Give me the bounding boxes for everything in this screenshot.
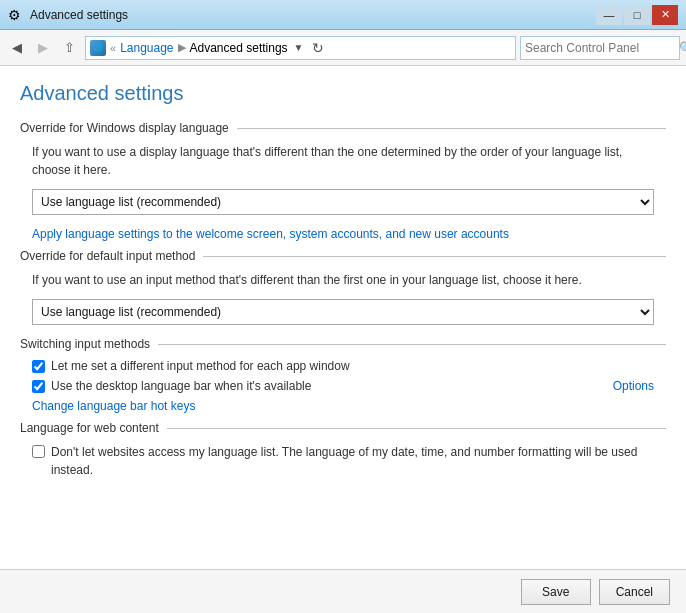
close-button[interactable]: ✕ — [652, 5, 678, 25]
minimize-button[interactable]: — — [596, 5, 622, 25]
breadcrumb-current: Advanced settings — [190, 41, 288, 55]
checkbox-web-content[interactable] — [32, 445, 45, 458]
checkbox-row-web-content: Don't let websites access my language li… — [32, 443, 654, 479]
section-web-content-header: Language for web content — [20, 421, 666, 435]
nav-bar: ◀ ▶ ⇧ 🌐 « Language ▶ Advanced settings ▼… — [0, 30, 686, 66]
section-display-language-header: Override for Windows display language — [20, 121, 666, 135]
section-switching-header: Switching input methods — [20, 337, 666, 351]
apply-language-link[interactable]: Apply language settings to the welcome s… — [32, 227, 509, 241]
options-link[interactable]: Options — [613, 379, 654, 393]
section-input-method-header: Override for default input method — [20, 249, 666, 263]
title-bar-left: ⚙ Advanced settings — [8, 7, 128, 23]
section-input-method-desc: If you want to use an input method that'… — [32, 271, 654, 289]
display-language-dropdown[interactable]: Use language list (recommended) — [32, 189, 654, 215]
cancel-button[interactable]: Cancel — [599, 579, 670, 605]
search-input[interactable] — [525, 41, 675, 55]
checkbox-per-app-label: Let me set a different input method for … — [51, 359, 350, 373]
search-bar: 🔍 — [520, 36, 680, 60]
section-display-language-desc: If you want to use a display language th… — [32, 143, 654, 179]
title-bar: ⚙ Advanced settings — □ ✕ — [0, 0, 686, 30]
window-title: Advanced settings — [30, 8, 128, 22]
search-icon: 🔍 — [679, 41, 686, 55]
up-button[interactable]: ⇧ — [58, 36, 81, 59]
content-area: Advanced settings Override for Windows d… — [0, 66, 686, 569]
checkbox-language-bar-label: Use the desktop language bar when it's a… — [51, 379, 311, 393]
input-method-dropdown-wrapper: Use language list (recommended) — [32, 299, 654, 325]
page-title: Advanced settings — [20, 82, 666, 105]
address-bar: 🌐 « Language ▶ Advanced settings ▼ ↻ — [85, 36, 516, 60]
checkbox-per-app[interactable] — [32, 360, 45, 373]
maximize-button[interactable]: □ — [624, 5, 650, 25]
bottom-bar: Save Cancel — [0, 569, 686, 613]
forward-button[interactable]: ▶ — [32, 36, 54, 59]
address-icon: 🌐 — [90, 40, 106, 56]
title-bar-buttons: — □ ✕ — [596, 5, 678, 25]
input-method-dropdown[interactable]: Use language list (recommended) — [32, 299, 654, 325]
checkbox-row-per-app: Let me set a different input method for … — [32, 359, 654, 373]
save-button[interactable]: Save — [521, 579, 591, 605]
address-dropdown-button[interactable]: ▼ — [292, 42, 306, 53]
breadcrumb-language[interactable]: Language — [120, 41, 173, 55]
window-icon: ⚙ — [8, 7, 24, 23]
back-button[interactable]: ◀ — [6, 36, 28, 59]
refresh-button[interactable]: ↻ — [309, 40, 327, 56]
display-language-dropdown-wrapper: Use language list (recommended) — [32, 189, 654, 215]
checkbox-language-bar[interactable] — [32, 380, 45, 393]
checkbox-row-language-bar: Use the desktop language bar when it's a… — [32, 379, 654, 393]
checkbox-web-content-label: Don't let websites access my language li… — [51, 443, 654, 479]
breadcrumb-separator: ▶ — [178, 41, 186, 54]
hotkeys-link[interactable]: Change language bar hot keys — [32, 399, 195, 413]
